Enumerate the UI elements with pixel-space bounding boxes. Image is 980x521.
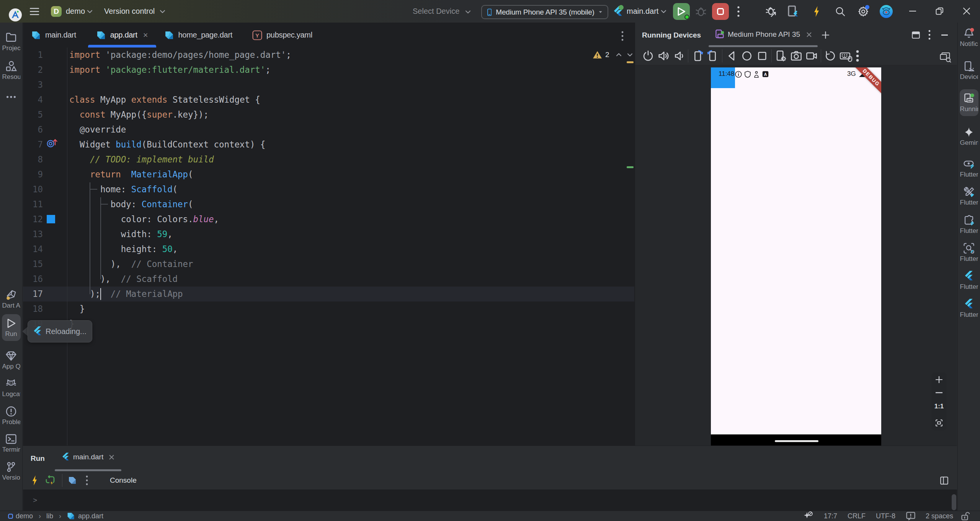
zoom-reset-button[interactable]: 1:1 [934, 403, 944, 410]
user-avatar[interactable] [880, 5, 893, 18]
fit-to-window-icon[interactable] [935, 419, 943, 427]
lightning-icon[interactable] [813, 6, 820, 17]
zoom-out-icon[interactable] [936, 392, 942, 393]
stripe-item-terminal[interactable]: Terminal [1, 433, 21, 454]
run-config-selector[interactable]: main.dart [627, 7, 658, 16]
main-menu-hamburger-icon[interactable] [30, 7, 39, 16]
stop-button[interactable] [712, 3, 729, 20]
unlocked-padlock-icon[interactable] [961, 511, 970, 521]
line-ending-widget[interactable]: CRLF [848, 512, 866, 520]
debug-button[interactable] [695, 5, 707, 18]
rotr-emulator-icon[interactable] [707, 50, 719, 62]
close-icon[interactable] [109, 454, 114, 460]
device-selector[interactable]: Medium Phone API 35 (mobile) [481, 5, 608, 19]
stripe-item-aqi[interactable]: App Quality Insights [1, 350, 21, 370]
indent-widget[interactable]: 2 spaces [926, 512, 953, 520]
stripe-item-version[interactable]: Version Control [1, 461, 21, 482]
camera-emulator-icon[interactable] [790, 50, 802, 62]
phone-screen[interactable]: 11:48 A 3G [711, 67, 881, 446]
stripe-item-flutter-devtools[interactable]: Flutter DevTools [959, 186, 979, 206]
ai-assistant-disabled-icon[interactable] [803, 511, 813, 521]
dots-emulator-icon[interactable] [856, 50, 859, 62]
add-device-icon[interactable] [822, 31, 829, 39]
overrides-method-gutter-icon[interactable] [47, 139, 57, 148]
editor-tab-pubspec-yaml[interactable]: Ypubspec.yaml [244, 23, 324, 48]
stripe-item-flutter-property[interactable]: Flutter Property Editor [959, 298, 979, 319]
breadcrumb-project[interactable]: demo [16, 512, 33, 520]
reset-emulator-icon[interactable] [824, 50, 836, 62]
stripe-item-flutter-performance[interactable]: Flutter Performance [959, 270, 979, 291]
project-selector[interactable]: demo [66, 7, 85, 16]
window-minimize-button[interactable] [909, 7, 916, 15]
power-emulator-icon[interactable] [642, 50, 654, 62]
breadcrumb-file[interactable]: app.dart [78, 512, 103, 520]
voldown-emulator-icon[interactable] [673, 50, 685, 62]
run-button[interactable] [673, 3, 690, 20]
project-badge[interactable]: D [51, 6, 62, 17]
hot-reload-icon[interactable] [32, 475, 38, 486]
stripe-item-project[interactable]: Project [1, 32, 21, 52]
next-problem-icon[interactable] [627, 53, 632, 56]
more-actions-button[interactable] [737, 6, 740, 17]
prev-problem-icon[interactable] [616, 53, 621, 56]
stripe-item-device-manager[interactable]: Device Manager [959, 61, 979, 81]
vcs-widget[interactable]: Version control [104, 7, 155, 16]
stripe-item-resource[interactable]: Resource Manager [1, 61, 21, 81]
recents-emulator-icon[interactable] [756, 50, 768, 62]
flutter-attach-debugger-icon[interactable] [765, 5, 777, 18]
caret-position-widget[interactable]: 17:7 [824, 512, 837, 520]
screenshot-compare-icon[interactable] [940, 52, 951, 62]
color-preview-swatch[interactable] [47, 215, 55, 223]
stripe-item-problems[interactable]: Problems [1, 406, 21, 426]
rotl-emulator-icon[interactable] [691, 50, 704, 62]
run-tab[interactable]: main.dart [62, 452, 114, 462]
panel-options-icon[interactable] [928, 29, 931, 40]
stripe-item-more[interactable] [1, 91, 21, 103]
select-device-dropdown[interactable]: Select Device [413, 7, 459, 16]
editor-tab-home_page-dart[interactable]: home_page.dart [156, 23, 244, 48]
close-icon[interactable] [806, 32, 812, 38]
console-output[interactable]: > [23, 490, 957, 511]
stripe-item-gemini[interactable]: Gemini [959, 126, 979, 147]
close-tab-icon[interactable]: × [143, 30, 148, 40]
hide-panel-icon[interactable] [941, 34, 948, 36]
console-scrollbar[interactable] [952, 494, 956, 510]
stripe-item-run[interactable]: Run [1, 318, 21, 338]
stripe-item-running-devices[interactable]: Running Devices [959, 93, 979, 113]
stripe-item-logcat[interactable]: Logcat [1, 378, 21, 398]
dock-panel-icon[interactable] [912, 31, 920, 39]
stripe-item-flutter-inspector[interactable]: Flutter Inspector [959, 158, 979, 179]
volup-emulator-icon[interactable] [657, 50, 670, 62]
dart-devtools-icon[interactable] [68, 476, 77, 485]
homec-emulator-icon[interactable] [741, 50, 753, 62]
device-manager-toolbar-icon[interactable] [788, 5, 799, 18]
inspection-highlight-icon[interactable] [906, 512, 915, 520]
console-tab[interactable]: Console [110, 476, 137, 485]
split-console-icon[interactable] [940, 477, 948, 485]
inspections-widget[interactable]: 2 [593, 51, 632, 59]
kbd-emulator-icon[interactable] [840, 50, 853, 62]
stripe-item-label: Flutter Inspector [960, 171, 978, 179]
search-icon[interactable] [835, 7, 845, 16]
encoding-widget[interactable]: UTF-8 [876, 512, 895, 520]
device-tab[interactable]: Medium Phone API 35 [715, 29, 812, 39]
window-restore-button[interactable] [936, 7, 943, 15]
code-editor[interactable]: 12345678910111213141516171819 import 'pa… [23, 48, 634, 446]
stripe-item-flutter-deep-links[interactable]: Flutter Deep Links [959, 242, 979, 263]
gesture-pill[interactable] [775, 440, 818, 442]
run-more-options-icon[interactable] [85, 475, 88, 486]
stripe-item-flutter-outline[interactable]: Flutter Outline [959, 215, 979, 235]
stripe-item-notifications[interactable]: Notifications [959, 28, 979, 48]
video-emulator-icon[interactable] [805, 50, 818, 62]
tab-options-icon[interactable] [621, 31, 624, 41]
stripe-item-dart-analysis[interactable]: Dart Analysis [1, 289, 21, 310]
window-close-button[interactable] [963, 7, 970, 15]
breadcrumb-dir[interactable]: lib [46, 512, 53, 520]
editor-tab-main-dart[interactable]: main.dart [23, 23, 88, 48]
hot-restart-icon[interactable] [45, 475, 55, 485]
editor-tab-app-dart[interactable]: app.dart× [88, 23, 156, 48]
zoom-in-icon[interactable] [936, 376, 942, 383]
back-emulator-icon[interactable] [725, 50, 738, 62]
settings-gear-icon[interactable] [858, 6, 869, 17]
phonegear-emulator-icon[interactable] [775, 50, 787, 62]
